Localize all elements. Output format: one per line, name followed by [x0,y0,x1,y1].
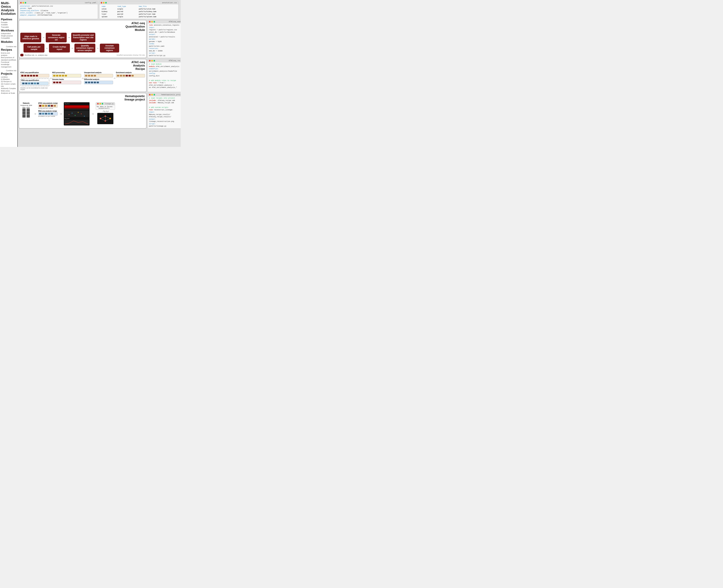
traffic-yellow-module [151,21,153,23]
rec-module-rule: module ATAC_enrichment_analysis: [149,66,181,68]
mini-yellow-1 [53,75,56,77]
traffic-red-recipe [149,60,151,62]
legend-text: Workflow rule, i.e., analysis step [24,54,47,56]
project-code-body: # load recipes into project include: ATA… [148,96,181,128]
recipe-ngs-label: NGS processing [52,72,81,74]
p-mini-tan-1 [45,105,47,107]
config-yaml-window: config.yaml annotation: path/to/annotati… [19,1,98,19]
sidebar-modules: Modules [1,40,17,44]
recipe-enrichment-mini [116,74,145,78]
flow-box-quantify-consensus: Quantify consensus regions across sample… [75,44,95,52]
recipe-atac-mini [20,74,49,78]
mini-blue-d2 [88,82,90,83]
p-mini-lb-r2 [48,113,50,114]
fig-2df-label: Fig 2d-f [64,118,89,119]
config-body: annotation: path/to/annotation.csv genom… [19,4,98,19]
rec-config-kw: config: [149,72,181,75]
project-datasets: Datasets Corces et al. 2016 RNA [20,102,32,118]
module-row-top: Align reads to reference genome → Genera… [20,33,145,42]
config-line-3: sequencing_platform: illumina [20,10,97,12]
traffic-yellow-recipe [151,60,153,62]
mini-lightblue-1 [28,83,30,84]
sidebar-workflows-single: Single-purpose [1,35,17,37]
svg-point-2 [75,115,76,116]
viz-linechart [64,120,89,125]
fig-2ac-label: Fig 2a-c [64,103,89,105]
sidebar-pipelines: Pipelines Portable Scalable Traceable [1,18,17,28]
svg-point-1 [72,112,72,113]
mini-red-g1 [53,82,56,83]
annot-colon-name: colon [101,8,116,10]
mini-red-3 [27,75,29,77]
smk-conda-kw: conda: [149,43,181,45]
smk-resources-kw: resources: [149,47,181,50]
module-flow-diagram: Align reads to reference genome → Genera… [20,33,145,52]
smk-regions: regions = path/to/regions.csv [149,29,181,31]
mini-red-2 [24,75,26,77]
rec-comment-1: # load module [149,63,181,66]
smk-script-kw: script: [149,52,181,55]
module-main: ATAC-seqQuantificationModule Align reads… [19,20,147,58]
project-arrow-3: → [91,112,94,115]
proj-output-val: lineage_reconstruction.png [149,121,181,123]
annotation-csv-window: annotation.csv name read_type bam_file c… [99,1,178,19]
annot-header-readtype: read_type [116,5,138,8]
project-section-title: Hematopoieticlineage project [20,94,145,101]
traffic-yellow-config [22,2,24,3]
recipe-flow-grid: ATAC-seq quantification [20,72,145,90]
mini-tan-4 [94,75,96,77]
line-chart-svg [64,120,89,125]
config-title-bar: config.yaml [19,1,98,4]
recipe-rna-quant-box: RNA-seq quantification [20,79,49,86]
annot-header-row: name read_type bam_file [101,5,177,8]
module-content: ATAC-seqQuantificationModule Align reads… [20,22,145,56]
recipe-genome-label: Genome tracks [52,79,81,80]
crown-logo-area: 👑 [180,1,181,19]
recipe-unsup-box: Unsupervised analysis [84,72,113,78]
config-line-1: annotation: path/to/annotation.csv [20,5,97,7]
rec-comment-2: # add module rules to recipe [149,80,181,82]
smk-genome: genome = hg38 [149,41,181,43]
left-sidebar: Multi-Omics Analysis Evolution Pipelines… [0,0,18,147]
recipe-col2: NGS processing [52,72,81,84]
sidebar-recipes-functional: Functional knowledge management [1,61,17,68]
rec-snakefile-kw: snakefile: [149,68,181,70]
p-mini-tan-2 [54,105,56,107]
recipe-col1: ATAC-seq quantification [20,72,49,90]
recipe-col3: Unsupervised analysis [84,72,113,84]
project-atac-recipe: ATAC-seq analysis recipe config.yaml per… [38,102,58,109]
recipe-ngs-box: NGS processing [52,72,81,78]
p-mini-blue-r2 [45,113,47,114]
mini-blue-d4 [94,82,96,83]
proj-rule: rule reconstruct_lineage: [149,109,181,111]
proj-script-kw: script: [149,123,181,125]
legend-box-icon [20,54,23,56]
rec-use-rule-3: as ATAC_enrichment_analysis_* [149,86,181,89]
annot-spleen-bam: path/to/spleen.bam [138,16,177,18]
lineage-for: for data in Corces: [97,106,114,107]
mini-red-6 [36,75,38,77]
traffic-red-config [20,2,22,3]
tl-red-lineage [97,103,99,105]
traffic-red-module [149,21,151,23]
project-atac-recipe-label: ATAC-seq analysis recipe [38,102,58,104]
lineage-code-body: for data in Corces: reconstruct() [96,105,115,110]
proj-comment-1: # load recipes into project [149,97,181,100]
mini-tan-e3 [123,75,125,77]
sidebar-projects: Projects combine (i) Modules (ii) Recipe… [1,72,17,94]
annot-table: name read_type bam_file colon single pat… [101,5,177,18]
p-mini-red-1 [39,105,41,107]
traffic-green-recipe [153,60,155,62]
lineage-filename: lineage.py [104,103,113,105]
sidebar-pipelines-scalable: Scalable [1,23,17,26]
project-viz-area: Fig 2a-c [64,102,89,125]
flow-box-quantify-tss: Quantify promoter and transcription star… [71,33,95,42]
module-code-body: rule annotate_consensus_regions: input: … [148,23,181,58]
recipe-atac-quant-box: ATAC-seq quantification [20,72,49,78]
proj-input-kw: input: [149,111,181,113]
recipe-enrichment-boxes [117,75,144,77]
recipe-genome-tracks-box: Genome tracks [52,79,81,84]
rec-use-rule-2: ATAC_enrichment_analysis \ [149,84,181,87]
proj-atac-results: ATACseq_recipe_results/ [149,116,181,118]
annot-title-bar: annotation.csv [99,1,178,4]
